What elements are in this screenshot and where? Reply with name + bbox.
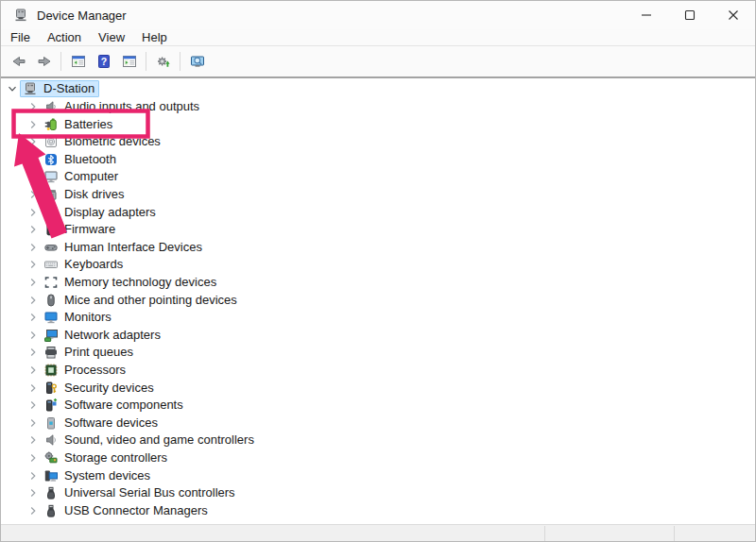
menu-file[interactable]: File (2, 29, 39, 45)
tree-item-node[interactable]: Bluetooth (41, 151, 121, 168)
show-action-pane-button[interactable] (117, 50, 141, 74)
firmware-icon (43, 222, 59, 237)
chevron-right-icon[interactable] (26, 205, 41, 220)
status-bar-divider (674, 526, 675, 541)
monitor-icon (43, 310, 59, 325)
chevron-right-icon[interactable] (26, 328, 41, 343)
chevron-right-icon[interactable] (26, 381, 41, 396)
back-button[interactable] (7, 50, 30, 74)
tree-item-node[interactable]: USB Connector Managers (41, 502, 213, 519)
tree-item-label: Batteries (64, 117, 112, 132)
tree-item-label: System devices (64, 468, 150, 483)
svg-text:?: ? (100, 56, 106, 67)
tree-item-label: Memory technology devices (64, 275, 216, 290)
forward-button[interactable] (32, 50, 56, 74)
tree-item-label: Computer (64, 169, 118, 184)
printer-icon (43, 345, 59, 360)
chevron-right-icon[interactable] (26, 468, 41, 483)
tree-item-node[interactable]: Software devices (41, 415, 163, 432)
chevron-right-icon[interactable] (26, 415, 41, 431)
menu-help[interactable]: Help (133, 29, 176, 45)
chevron-right-icon[interactable] (26, 222, 41, 237)
scan-hardware-changes-button[interactable] (151, 50, 175, 74)
tree-item-node[interactable]: Memory technology devices (41, 274, 221, 291)
sound-icon (43, 432, 59, 448)
menu-bar: File Action View Help (1, 29, 755, 46)
tree-item-node[interactable]: Software components (41, 397, 188, 414)
chevron-right-icon[interactable] (26, 240, 41, 255)
chevron-right-icon[interactable] (26, 432, 41, 448)
usb-icon (43, 503, 59, 518)
tree-item-node[interactable]: Keyboards (41, 256, 128, 273)
chevron-right-icon[interactable] (26, 363, 41, 378)
tree-item-node[interactable]: Processors (41, 362, 130, 379)
chevron-right-icon[interactable] (26, 187, 41, 202)
keyboard-icon (43, 257, 59, 272)
tree-item-node[interactable]: Sound, video and game controllers (41, 432, 259, 449)
tree-item-label: Display adapters (64, 205, 156, 220)
tree-root-row: D-Station (2, 80, 754, 98)
chevron-right-icon[interactable] (26, 503, 41, 518)
tree-item-label: Human Interface Devices (64, 240, 202, 255)
tree-item-node[interactable]: Human Interface Devices (41, 239, 207, 256)
tree-item: Disk drives (2, 186, 754, 204)
battery-icon (43, 117, 59, 132)
chevron-right-icon[interactable] (26, 485, 41, 500)
chevron-down-icon[interactable] (5, 81, 20, 96)
maximize-button[interactable] (668, 1, 712, 29)
tree-item-node[interactable]: System devices (41, 467, 155, 484)
toolbar-separator (60, 52, 61, 71)
tree-item-node[interactable]: Network adapters (41, 327, 165, 344)
chevron-right-icon[interactable] (26, 134, 41, 149)
tree-item-label: Keyboards (64, 257, 123, 272)
device-tree: D-Station Audio inputs and outputsBatter… (2, 78, 754, 524)
hid-icon (43, 240, 59, 255)
tree-item-node[interactable]: Print queues (41, 344, 138, 361)
close-button[interactable] (712, 1, 755, 29)
tree-item-node[interactable]: Monitors (41, 309, 116, 326)
chevron-right-icon[interactable] (26, 257, 41, 272)
tree-item-node[interactable]: Universal Serial Bus controllers (41, 484, 240, 501)
menu-view[interactable]: View (90, 29, 133, 45)
tree-item-node[interactable]: Storage controllers (41, 449, 172, 466)
tree-item-node[interactable]: Security devices (41, 380, 159, 397)
computer-search-button[interactable] (185, 50, 209, 74)
show-console-tree-button[interactable] (66, 50, 90, 74)
chevron-right-icon[interactable] (26, 450, 41, 466)
chevron-right-icon[interactable] (26, 117, 41, 132)
chevron-right-icon[interactable] (26, 345, 41, 360)
chevron-right-icon[interactable] (26, 293, 41, 308)
tree-item: Print queues (2, 344, 754, 362)
chevron-right-icon[interactable] (26, 398, 41, 413)
storage-icon (43, 450, 59, 466)
tree-item-node[interactable]: Firmware (41, 221, 120, 238)
chevron-right-icon[interactable] (26, 99, 41, 114)
tree-item-node[interactable]: Audio inputs and outputs (41, 98, 204, 115)
tree-item-label: Processors (64, 363, 126, 378)
bluetooth-icon (43, 152, 59, 167)
tree-item-label: Bluetooth (64, 152, 116, 167)
chevron-right-icon[interactable] (26, 310, 41, 325)
tree-item: Batteries (2, 115, 754, 133)
tree-root-node[interactable]: D-Station (20, 80, 99, 97)
help-button[interactable]: ? (92, 50, 115, 74)
chevron-right-icon[interactable] (26, 275, 41, 290)
tree-item-node[interactable]: Batteries (41, 116, 117, 133)
tree-item-label: Software devices (64, 415, 158, 431)
scan-hardware-icon (156, 54, 171, 69)
tree-item: Security devices (2, 379, 754, 397)
tree-item-node[interactable]: Computer (41, 168, 123, 185)
software-component-icon (43, 398, 59, 413)
tree-item-node[interactable]: Mice and other pointing devices (41, 292, 242, 309)
chevron-right-icon[interactable] (26, 169, 41, 184)
chevron-right-icon[interactable] (26, 152, 41, 167)
minimize-button[interactable] (625, 1, 668, 29)
tree-item: Human Interface Devices (2, 238, 754, 256)
help-icon: ? (96, 54, 112, 69)
forward-arrow-icon (37, 54, 52, 69)
tree-item-node[interactable]: Display adapters (41, 204, 161, 221)
tree-item: System devices (2, 466, 754, 484)
tree-item-node[interactable]: Disk drives (41, 186, 129, 203)
tree-item-node[interactable]: Biometric devices (41, 133, 165, 150)
menu-action[interactable]: Action (39, 29, 90, 45)
